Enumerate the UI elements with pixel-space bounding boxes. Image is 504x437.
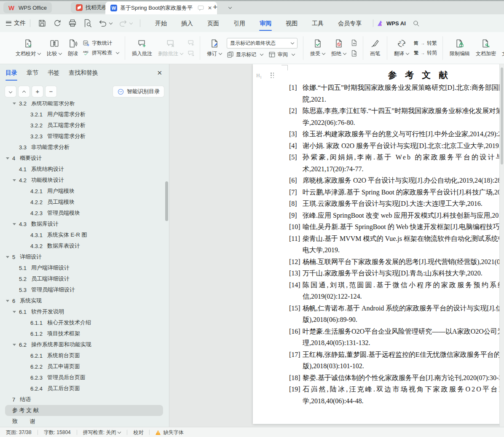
reference-entry[interactable]: [3]徐玉岩.构建家政服务平台的意义与可行性[J].中外企业家,2014,(29… [253, 128, 504, 140]
toc-expand-caret-icon[interactable] [13, 311, 19, 313]
references-list[interactable]: [1]徐娜.“十四五”时期我国家政服务业发展策略研究[D].北京:商务部国际贸院… [253, 82, 504, 407]
tab-current-document[interactable]: W 基于Spring Boot的家政服务平 ✕ [105, 2, 217, 14]
reference-entry[interactable]: [8]王琪.云家政服务平台设计与实现[D].大连:大连理工大学,2016. [253, 198, 504, 210]
menu-item[interactable]: 工具 [305, 14, 331, 32]
reference-entry[interactable]: [5]孙紫豪,闵娟娟,李南.基于 Web 的家政服务平台的设计与实现[J].术,… [253, 151, 504, 175]
toc-item-6.1[interactable]: 6.1软件开发说明 [5, 306, 163, 317]
undo-chevron-icon[interactable] [109, 21, 113, 24]
zoom-in-outline-button[interactable]: + [32, 86, 43, 97]
toc-item-6.2[interactable]: 6.2操作系统界面和功能实现 [5, 339, 163, 350]
new-tab-button[interactable]: + [213, 3, 217, 11]
reject-revision-button[interactable]: 拒绝 [328, 37, 349, 59]
menu-item[interactable]: 开始 [148, 14, 174, 32]
toc-item-4.2.1[interactable]: 4.2.1用户端模块 [5, 186, 163, 197]
missing-font-warning[interactable]: 缺失字体 [150, 429, 189, 436]
toc-item-4[interactable]: 4概要设计 [5, 153, 163, 164]
save-button[interactable] [36, 17, 48, 29]
print-button[interactable] [66, 17, 79, 29]
panel-tab-find-replace[interactable]: 查找和替换 [69, 64, 98, 83]
encrypt-document-button[interactable]: 文档加密 [473, 37, 499, 59]
toc-item-6[interactable]: 6系统实现 [5, 295, 163, 306]
translate-button[interactable]: 文A 翻译 [391, 37, 412, 59]
document-page[interactable]: H1 参 考 文 献 [1]徐娜.“十四五”时期我国家政服务业发展策略研究[D]… [253, 64, 504, 424]
toc-item-5[interactable]: 5详细设计 [5, 251, 163, 262]
word-count-indicator[interactable]: 字数: 15804 [38, 429, 77, 436]
doc-proofing-button[interactable]: a 文档校对 [13, 37, 44, 59]
reference-entry[interactable]: [16]叶楚豪.生活服务O2O平台企业风险管理研究——以A家政O2O公司为例[理… [253, 326, 504, 349]
toc-expand-caret-icon[interactable] [13, 223, 19, 225]
toc-item-3.2.1[interactable]: 3.2.1用户端需求分析 [5, 109, 163, 120]
previous-revision-icon[interactable] [351, 39, 358, 46]
reference-entry[interactable]: [12]杨楠.互联网平台下家政服务发展的思考[J].现代营销(经营版),2021… [253, 256, 504, 268]
reference-entry[interactable]: [4]谢小娟. 家政 O2O 服务平台设计与实现[D].北京:北京工业大学,20… [253, 140, 504, 152]
toc-item-4.3.1[interactable]: 4.3.1系统实体 E-R 图 [5, 229, 163, 240]
next-revision-icon[interactable] [351, 50, 358, 57]
references-title[interactable]: 参 考 文 献 [253, 69, 504, 81]
print-preview-button[interactable] [81, 17, 94, 29]
tab-list-chevron-icon[interactable] [228, 5, 232, 9]
spell-check-button[interactable]: ABC 拼写检查 [83, 49, 119, 57]
document-scrollbar-thumb[interactable] [501, 67, 503, 165]
toc-expand-caret-icon[interactable] [13, 179, 19, 181]
toc-item-3.3[interactable]: 3.3非功能需求分析 [5, 142, 163, 153]
document-chat-icon[interactable] [197, 5, 204, 12]
toc-item-4.3[interactable]: 4.3数据库设计 [5, 218, 163, 229]
compare-button[interactable]: 比较 [44, 37, 65, 59]
toc-item-5.3[interactable]: 5.3管理员端详细设计 [5, 284, 163, 295]
show-markup-button[interactable]: 显示标记 [227, 51, 263, 58]
reference-entry[interactable]: [15]杨帆,仁青诺布.基于 Android 系统的家政服务平台的设计与实现[J… [253, 302, 504, 326]
reference-entry[interactable]: [9]张峰.应用 SpringBoot 改变 web 应用开发模式[J].科技创… [253, 210, 504, 221]
page-indicator[interactable]: 页面: 37/38 [0, 429, 38, 436]
close-tab-icon[interactable]: ✕ [208, 5, 212, 11]
reference-entry[interactable]: [6]席晓桃.家政服务 O2O 平台设计与实现[J].办公自动化,2019,24… [253, 175, 504, 186]
toc-item-4.2.3[interactable]: 4.2.3管理员端模块 [5, 208, 163, 218]
redo-chevron-icon[interactable] [129, 21, 133, 24]
restrict-editing-button[interactable]: 限制编辑 [447, 37, 473, 59]
toc-expand-caret-icon[interactable] [6, 300, 12, 302]
word-count-button[interactable]: 12 字数统计 [83, 40, 119, 47]
track-changes-button[interactable]: 修订 [204, 37, 225, 59]
toc-expand-caret-icon[interactable] [13, 344, 19, 346]
toc-item-4.2[interactable]: 4.2功能模块设计 [5, 175, 163, 186]
toc-item-3.2[interactable]: 3.2系统功能需求分析 [5, 101, 163, 109]
menu-item[interactable]: 视图 [279, 14, 305, 32]
reference-entry[interactable]: [19]石岿然,陆冰,汪克峰.双边市场视角下家政服务O2O平台准入机制研究学,2… [253, 383, 504, 407]
reference-entry[interactable]: [17]王红梅,张静茹,董梦圆.基于远程监控的E佳无忧微信家政服务平台的设计[J… [253, 349, 504, 372]
tab-wps-office[interactable]: W WPS Office [3, 2, 52, 13]
menu-item[interactable]: 引用 [226, 14, 252, 32]
toc-item[interactable]: 参 考 文 献 [5, 405, 163, 416]
zoom-out-outline-button[interactable]: − [46, 86, 56, 97]
reference-entry[interactable]: [1]徐娜.“十四五”时期我国家政服务业发展策略研究[D].北京:商务部国际贸院… [253, 82, 504, 105]
reference-entry[interactable]: [11]柴青山.基于 MVVM 模式的 Vue.js 框架在物流软件自动化测试系… [253, 233, 504, 256]
reference-entry[interactable]: [7]叶云鹏,毕津源.基于 Spring Boot 的家政服务平台设计[J].科… [253, 186, 504, 198]
reference-entry[interactable]: [18]黎娄.基于诚信体制的个性化家政服务平台[J].南方论刊,2020(07)… [253, 372, 504, 384]
close-panel-icon[interactable]: ✕ [157, 69, 162, 77]
review-pane-button[interactable]: 审阅 [268, 51, 295, 58]
toc-item-6.2.1[interactable]: 6.2.1系统前台页面 [5, 350, 163, 361]
wps-ai-button[interactable]: WPS AI [378, 20, 406, 27]
toc-item-6.2.2[interactable]: 6.2.2员工申请页面 [5, 361, 163, 372]
toc-item-7[interactable]: 7结语 [5, 394, 163, 405]
smart-toc-button[interactable]: 智能识别目录 [113, 86, 164, 97]
proofread-button[interactable]: 校对 [127, 429, 149, 436]
toc-item-4.3.2[interactable]: 4.3.2数据库表设计 [5, 240, 163, 251]
spell-check-status[interactable]: 拼写检查: 关闭 [77, 429, 127, 436]
panel-tab-chapters[interactable]: 章节 [27, 64, 38, 83]
toc-item-5.2[interactable]: 5.2员工端详细设计 [5, 273, 163, 284]
to-traditional-button[interactable]: 简→ 转繁 [414, 40, 437, 47]
reference-entry[interactable]: [13]万千山.家政服务平台设计与实现[D].青岛:山东科技大学,2020. [253, 267, 504, 279]
panel-tab-contents[interactable]: 目录 [5, 64, 17, 83]
panel-tab-bookmarks[interactable]: 书签 [48, 64, 59, 83]
toc-item-3.2.2[interactable]: 3.2.2员工端需求分析 [5, 120, 163, 131]
ink-brush-button[interactable]: 画笔 [367, 37, 383, 59]
toc-item-3.2.3[interactable]: 3.2.3管理端需求分析 [5, 131, 163, 142]
toc-item-6.1.1[interactable]: 6.1.1核心开发技术介绍 [5, 317, 163, 328]
collapse-all-button[interactable] [19, 86, 29, 97]
expand-all-button[interactable] [5, 86, 16, 97]
menu-item[interactable]: 插入 [174, 14, 200, 32]
file-menu-button[interactable]: 文件 [6, 19, 26, 27]
to-simplified-button[interactable]: 繁→ 转简 [414, 49, 437, 57]
accept-revision-button[interactable]: 接受 [307, 37, 328, 59]
read-aloud-button[interactable]: 朗读 [65, 37, 81, 59]
toc-item[interactable]: 致 谢 [5, 416, 163, 427]
